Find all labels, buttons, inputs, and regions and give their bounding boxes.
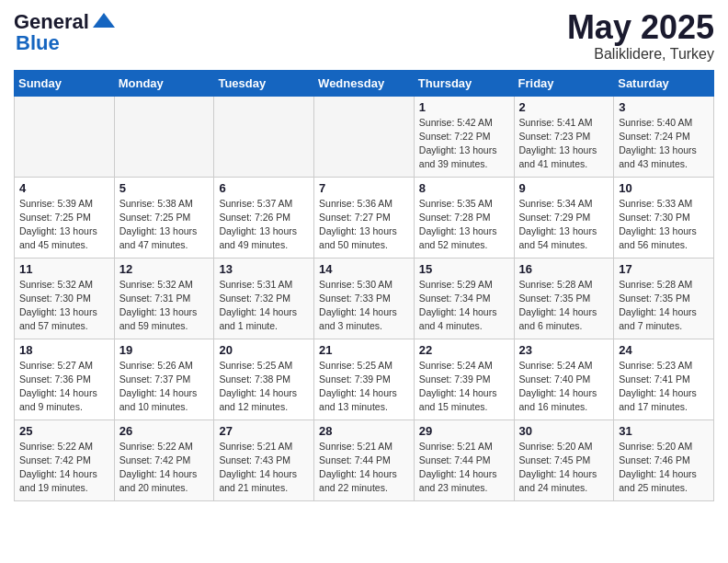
day-info: Sunrise: 5:22 AM Sunset: 7:42 PM Dayligh… — [19, 440, 109, 496]
day-cell: 25Sunrise: 5:22 AM Sunset: 7:42 PM Dayli… — [15, 419, 115, 500]
day-number: 28 — [319, 424, 409, 438]
day-info: Sunrise: 5:30 AM Sunset: 7:33 PM Dayligh… — [319, 278, 409, 334]
day-number: 14 — [319, 262, 409, 276]
day-number: 8 — [419, 181, 509, 195]
day-info: Sunrise: 5:32 AM Sunset: 7:30 PM Dayligh… — [19, 278, 109, 334]
day-cell: 16Sunrise: 5:28 AM Sunset: 7:35 PM Dayli… — [514, 258, 614, 339]
day-info: Sunrise: 5:28 AM Sunset: 7:35 PM Dayligh… — [619, 278, 709, 334]
day-number: 20 — [219, 343, 309, 357]
day-info: Sunrise: 5:20 AM Sunset: 7:45 PM Dayligh… — [519, 440, 609, 496]
day-cell — [314, 96, 415, 177]
day-number: 24 — [619, 343, 709, 357]
day-number: 13 — [219, 262, 309, 276]
day-cell: 7Sunrise: 5:36 AM Sunset: 7:27 PM Daylig… — [314, 177, 415, 258]
week-row-3: 11Sunrise: 5:32 AM Sunset: 7:30 PM Dayli… — [15, 258, 714, 339]
day-cell: 2Sunrise: 5:41 AM Sunset: 7:23 PM Daylig… — [514, 96, 614, 177]
day-cell: 19Sunrise: 5:26 AM Sunset: 7:37 PM Dayli… — [114, 339, 214, 419]
day-number: 2 — [519, 100, 609, 114]
day-cell — [15, 96, 115, 177]
day-number: 22 — [419, 343, 509, 357]
day-info: Sunrise: 5:21 AM Sunset: 7:44 PM Dayligh… — [319, 440, 409, 496]
day-info: Sunrise: 5:37 AM Sunset: 7:26 PM Dayligh… — [219, 197, 309, 253]
day-cell: 9Sunrise: 5:34 AM Sunset: 7:29 PM Daylig… — [514, 177, 614, 258]
day-cell: 1Sunrise: 5:42 AM Sunset: 7:22 PM Daylig… — [414, 96, 514, 177]
day-number: 3 — [619, 100, 709, 114]
day-cell — [114, 96, 214, 177]
day-info: Sunrise: 5:24 AM Sunset: 7:39 PM Dayligh… — [419, 359, 509, 415]
day-number: 10 — [619, 181, 709, 195]
day-number: 19 — [119, 343, 210, 357]
day-cell: 22Sunrise: 5:24 AM Sunset: 7:39 PM Dayli… — [414, 339, 514, 419]
day-cell: 23Sunrise: 5:24 AM Sunset: 7:40 PM Dayli… — [514, 339, 614, 419]
day-cell: 10Sunrise: 5:33 AM Sunset: 7:30 PM Dayli… — [614, 177, 714, 258]
day-info: Sunrise: 5:36 AM Sunset: 7:27 PM Dayligh… — [319, 197, 409, 253]
header-cell-thursday: Thursday — [414, 70, 514, 96]
day-number: 26 — [119, 424, 210, 438]
day-cell: 4Sunrise: 5:39 AM Sunset: 7:25 PM Daylig… — [15, 177, 115, 258]
day-info: Sunrise: 5:42 AM Sunset: 7:22 PM Dayligh… — [419, 116, 509, 172]
day-number: 17 — [619, 262, 709, 276]
day-number: 21 — [319, 343, 409, 357]
day-info: Sunrise: 5:34 AM Sunset: 7:29 PM Dayligh… — [519, 197, 609, 253]
week-row-4: 18Sunrise: 5:27 AM Sunset: 7:36 PM Dayli… — [15, 339, 714, 419]
day-cell: 27Sunrise: 5:21 AM Sunset: 7:43 PM Dayli… — [214, 419, 314, 500]
day-number: 12 — [119, 262, 210, 276]
day-info: Sunrise: 5:40 AM Sunset: 7:24 PM Dayligh… — [619, 116, 709, 172]
day-info: Sunrise: 5:26 AM Sunset: 7:37 PM Dayligh… — [119, 359, 210, 415]
day-info: Sunrise: 5:24 AM Sunset: 7:40 PM Dayligh… — [519, 359, 609, 415]
day-info: Sunrise: 5:39 AM Sunset: 7:25 PM Dayligh… — [19, 197, 109, 253]
day-cell: 20Sunrise: 5:25 AM Sunset: 7:38 PM Dayli… — [214, 339, 314, 419]
day-number: 6 — [219, 181, 309, 195]
day-cell: 17Sunrise: 5:28 AM Sunset: 7:35 PM Dayli… — [614, 258, 714, 339]
day-cell: 8Sunrise: 5:35 AM Sunset: 7:28 PM Daylig… — [414, 177, 514, 258]
location: Baliklidere, Turkey — [567, 46, 714, 63]
day-cell: 13Sunrise: 5:31 AM Sunset: 7:32 PM Dayli… — [214, 258, 314, 339]
day-cell: 14Sunrise: 5:30 AM Sunset: 7:33 PM Dayli… — [314, 258, 415, 339]
day-info: Sunrise: 5:32 AM Sunset: 7:31 PM Dayligh… — [119, 278, 210, 334]
day-info: Sunrise: 5:23 AM Sunset: 7:41 PM Dayligh… — [619, 359, 709, 415]
header-cell-monday: Monday — [114, 70, 214, 96]
day-cell: 11Sunrise: 5:32 AM Sunset: 7:30 PM Dayli… — [15, 258, 115, 339]
header-cell-tuesday: Tuesday — [214, 70, 314, 96]
logo-blue-text: Blue — [16, 31, 60, 54]
day-cell: 15Sunrise: 5:29 AM Sunset: 7:34 PM Dayli… — [414, 258, 514, 339]
header-cell-wednesday: Wednesday — [314, 70, 415, 96]
title-block: May 2025 Baliklidere, Turkey — [567, 9, 714, 63]
day-number: 18 — [19, 343, 109, 357]
day-cell: 21Sunrise: 5:25 AM Sunset: 7:39 PM Dayli… — [314, 339, 415, 419]
day-number: 23 — [519, 343, 609, 357]
day-cell: 12Sunrise: 5:32 AM Sunset: 7:31 PM Dayli… — [114, 258, 214, 339]
day-cell: 6Sunrise: 5:37 AM Sunset: 7:26 PM Daylig… — [214, 177, 314, 258]
day-cell: 24Sunrise: 5:23 AM Sunset: 7:41 PM Dayli… — [614, 339, 714, 419]
header-cell-sunday: Sunday — [15, 70, 115, 96]
day-cell: 29Sunrise: 5:21 AM Sunset: 7:44 PM Dayli… — [414, 419, 514, 500]
svg-marker-0 — [93, 13, 115, 28]
header-cell-saturday: Saturday — [614, 70, 714, 96]
day-number: 5 — [119, 181, 210, 195]
day-info: Sunrise: 5:33 AM Sunset: 7:30 PM Dayligh… — [619, 197, 709, 253]
day-info: Sunrise: 5:31 AM Sunset: 7:32 PM Dayligh… — [219, 278, 309, 334]
month-title: May 2025 — [567, 9, 714, 46]
day-number: 15 — [419, 262, 509, 276]
day-number: 27 — [219, 424, 309, 438]
day-cell: 18Sunrise: 5:27 AM Sunset: 7:36 PM Dayli… — [15, 339, 115, 419]
day-number: 1 — [419, 100, 509, 114]
calendar-body: 1Sunrise: 5:42 AM Sunset: 7:22 PM Daylig… — [15, 96, 714, 500]
day-info: Sunrise: 5:35 AM Sunset: 7:28 PM Dayligh… — [419, 197, 509, 253]
week-row-5: 25Sunrise: 5:22 AM Sunset: 7:42 PM Dayli… — [15, 419, 714, 500]
day-cell: 28Sunrise: 5:21 AM Sunset: 7:44 PM Dayli… — [314, 419, 415, 500]
day-info: Sunrise: 5:28 AM Sunset: 7:35 PM Dayligh… — [519, 278, 609, 334]
day-info: Sunrise: 5:20 AM Sunset: 7:46 PM Dayligh… — [619, 440, 709, 496]
day-cell: 3Sunrise: 5:40 AM Sunset: 7:24 PM Daylig… — [614, 96, 714, 177]
day-cell: 31Sunrise: 5:20 AM Sunset: 7:46 PM Dayli… — [614, 419, 714, 500]
header-cell-friday: Friday — [514, 70, 614, 96]
day-info: Sunrise: 5:38 AM Sunset: 7:25 PM Dayligh… — [119, 197, 210, 253]
day-number: 16 — [519, 262, 609, 276]
day-number: 29 — [419, 424, 509, 438]
day-info: Sunrise: 5:21 AM Sunset: 7:43 PM Dayligh… — [219, 440, 309, 496]
day-number: 25 — [19, 424, 109, 438]
day-info: Sunrise: 5:22 AM Sunset: 7:42 PM Dayligh… — [119, 440, 210, 496]
calendar-table: SundayMondayTuesdayWednesdayThursdayFrid… — [14, 70, 714, 501]
header-row: SundayMondayTuesdayWednesdayThursdayFrid… — [15, 70, 714, 96]
day-info: Sunrise: 5:41 AM Sunset: 7:23 PM Dayligh… — [519, 116, 609, 172]
